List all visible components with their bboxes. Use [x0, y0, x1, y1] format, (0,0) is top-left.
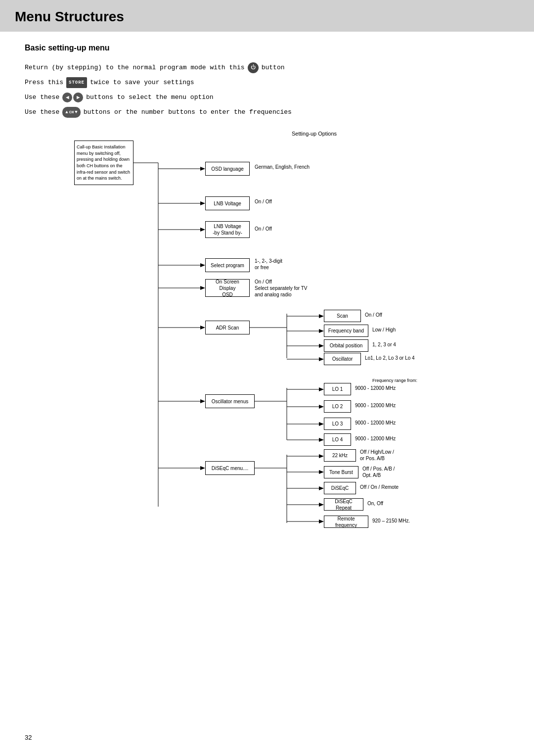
- 22khz-value: Off / High/Low /: [360, 449, 394, 455]
- instruction-1-text-before: Return (by stepping) to the normal progr…: [25, 61, 245, 74]
- diseqc-box: DiSEqC: [324, 482, 356, 494]
- instruction-4-text-after: buttons or the number buttons to enter t…: [84, 106, 292, 119]
- osd-value2: Select separately for TV: [255, 285, 308, 291]
- instruction-2: Press this STORE twice to save your sett…: [25, 76, 509, 89]
- diseqc-repeat-value: On, Off: [367, 501, 383, 506]
- diseqc-value: Off / On / Remote: [360, 484, 399, 490]
- scan-box: Scan: [324, 310, 361, 322]
- svg-marker-4: [200, 201, 205, 205]
- lnb-voltage-standby-box: LNB Voltage-by Stand by-: [205, 221, 250, 238]
- instruction-4-text-before: Use these: [25, 106, 59, 119]
- svg-marker-48: [319, 520, 324, 523]
- call-up-text: Call-up Basic Installation menu by switc…: [77, 144, 131, 182]
- lo3-value: 9000 - 12000 MHz: [355, 420, 396, 425]
- section-title: Basic setting-up menu: [25, 44, 509, 52]
- svg-marker-46: [319, 503, 324, 507]
- svg-marker-34: [319, 438, 324, 442]
- frequency-band-value: Low / High: [372, 327, 396, 332]
- osd-box: On Screen DisplayOSD: [205, 279, 250, 297]
- svg-marker-12: [200, 326, 205, 330]
- remote-frequency-value: 920 – 2150 MHz.: [372, 518, 410, 523]
- adr-scan-box: ADR Scan: [205, 321, 250, 334]
- diagram: Setting-up Options: [25, 131, 509, 536]
- select-program-box: Select program: [205, 258, 250, 272]
- osd-language-box: OSD language: [205, 162, 250, 176]
- page-number: 32: [25, 734, 32, 741]
- osd-value: On / Off: [255, 279, 272, 284]
- arrows-icon: ◀ ▶: [62, 93, 83, 102]
- svg-marker-30: [319, 405, 324, 409]
- instruction-4: Use these ▲CH▼ buttons or the number but…: [25, 106, 509, 119]
- diseqc-repeat-box: DiSEqC Repeat: [324, 498, 363, 511]
- store-icon: STORE: [66, 77, 87, 88]
- tone-burst-value2: Opt. A/B: [362, 472, 381, 478]
- call-up-box: Call-up Basic Installation menu by switc…: [74, 141, 134, 185]
- frequency-range-label: Frequency range from:: [372, 378, 417, 383]
- lnb-voltage-box: LNB Voltage: [205, 196, 250, 210]
- remote-frequency-box: Remote frequency: [324, 516, 368, 528]
- frequency-band-box: Frequency band: [324, 325, 368, 337]
- svg-marker-10: [200, 286, 205, 290]
- page-title: Menu Structures: [15, 9, 519, 25]
- lo1-box: LO 1: [324, 383, 351, 395]
- lo4-value: 9000 - 12000 MHz: [355, 436, 396, 441]
- svg-marker-36: [200, 466, 205, 470]
- osd-value3: and analog radio: [255, 292, 292, 297]
- instruction-1: Return (by stepping) to the normal progr…: [25, 61, 509, 74]
- lo2-value: 9000 - 12000 MHz: [355, 403, 396, 408]
- orbital-position-value: 1, 2, 3 or 4: [372, 342, 396, 347]
- svg-marker-32: [319, 422, 324, 426]
- lnb-voltage-standby-value: On / Off: [255, 226, 272, 232]
- svg-marker-16: [319, 314, 324, 318]
- instruction-3: Use these ◀ ▶ buttons to select the menu…: [25, 91, 509, 104]
- instruction-2-text-before: Press this: [25, 76, 63, 89]
- osd-language-value: German, English, French: [255, 164, 310, 170]
- svg-marker-18: [319, 329, 324, 333]
- oscillator-box: Oscillator: [324, 353, 361, 365]
- instruction-3-text-before: Use these: [25, 91, 59, 104]
- svg-marker-22: [319, 357, 324, 361]
- scan-value: On / Off: [365, 312, 382, 318]
- svg-marker-8: [200, 263, 205, 267]
- ch-icon: ▲CH▼: [62, 107, 80, 118]
- oscillator-menus-box: Oscillator menus: [205, 394, 255, 408]
- svg-marker-44: [319, 486, 324, 490]
- instruction-2-text-after: twice to save your settings: [90, 76, 194, 89]
- lo3-box: LO 3: [324, 418, 351, 430]
- svg-marker-28: [319, 387, 324, 391]
- select-program-value: 1-, 2-, 3-digit: [255, 258, 282, 264]
- orbital-position-box: Orbital position: [324, 339, 368, 352]
- diseqc-menu-box: DiSEqC menu....: [205, 461, 255, 475]
- tone-burst-value: Off / Pos. A/B /: [362, 466, 395, 472]
- svg-marker-6: [200, 228, 205, 232]
- instructions: Return (by stepping) to the normal progr…: [25, 61, 509, 119]
- lo1-value: 9000 - 12000 MHz: [355, 385, 396, 391]
- select-program-value2: or free: [255, 265, 269, 270]
- lnb-voltage-value: On / Off: [255, 199, 272, 204]
- lo4-box: LO 4: [324, 433, 351, 446]
- instruction-1-text-after: button: [262, 61, 285, 74]
- page-header: Menu Structures: [0, 0, 534, 32]
- oscillator-value: Lo1, Lo 2, Lo 3 or Lo 4: [365, 355, 415, 361]
- svg-marker-20: [319, 344, 324, 348]
- power-icon: ⏻: [248, 62, 259, 73]
- svg-marker-2: [200, 167, 205, 171]
- 22khz-value2: or Pos. A/B: [360, 456, 385, 461]
- 22khz-box: 22 kHz: [324, 449, 356, 462]
- svg-marker-24: [200, 399, 205, 403]
- diagram-svg: [25, 131, 509, 536]
- svg-marker-42: [319, 470, 324, 474]
- svg-marker-40: [319, 454, 324, 458]
- instruction-3-text-after: buttons to select the menu option: [86, 91, 213, 104]
- tone-burst-box: Tone Burst: [324, 466, 358, 478]
- lo2-box: LO 2: [324, 400, 351, 413]
